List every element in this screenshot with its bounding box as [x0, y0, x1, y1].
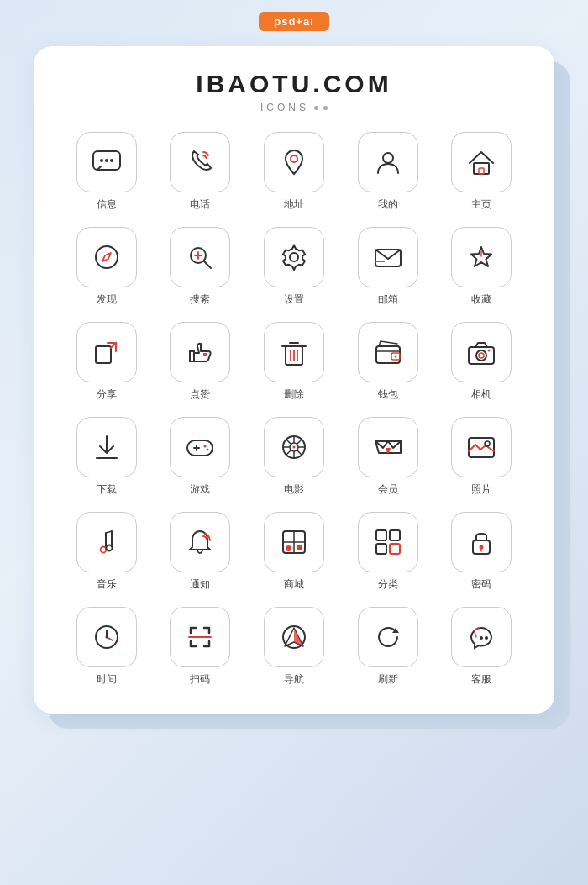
icon-navigate: 导航: [251, 607, 337, 687]
icon-profile: 我的: [345, 132, 431, 212]
svg-point-38: [204, 445, 207, 448]
icon-settings: 设置: [251, 227, 337, 307]
svg-point-61: [286, 545, 291, 551]
icon-music: 音乐: [64, 512, 150, 592]
svg-point-1: [100, 159, 103, 162]
svg-line-48: [297, 450, 302, 456]
svg-point-39: [207, 449, 209, 451]
svg-line-10: [204, 261, 211, 268]
svg-rect-26: [376, 346, 400, 363]
svg-point-5: [383, 153, 393, 163]
icon-wallet: 钱包: [345, 322, 431, 402]
icon-download: 下载: [64, 417, 150, 497]
svg-rect-18: [96, 346, 111, 363]
svg-point-8: [96, 246, 118, 268]
svg-point-3: [110, 159, 113, 162]
svg-rect-65: [376, 544, 386, 554]
icons-grid: 信息 电话 地址: [64, 132, 524, 687]
svg-point-42: [292, 446, 295, 449]
svg-line-49: [297, 440, 302, 445]
svg-point-31: [479, 353, 484, 358]
svg-point-52: [485, 441, 490, 446]
icon-time: 时间: [64, 607, 150, 687]
svg-rect-62: [297, 545, 302, 550]
icon-service: 客服: [438, 607, 524, 687]
icon-vip: 会员: [345, 417, 431, 497]
main-card: IBAOTU.COM ICONS 信息: [34, 46, 554, 714]
icon-message: 信息: [64, 132, 150, 212]
svg-line-55: [106, 531, 112, 533]
icon-discover: 发现: [64, 227, 150, 307]
icon-shop: 商城: [251, 512, 337, 592]
icon-photo: 照片: [438, 417, 524, 497]
svg-point-13: [290, 253, 298, 261]
icon-movie: 电影: [251, 417, 337, 497]
icon-password: 密码: [438, 512, 524, 592]
svg-point-4: [291, 155, 297, 162]
icon-location: 地址: [251, 132, 337, 212]
icon-home: 主页: [438, 132, 524, 212]
icon-camera: 相机: [438, 322, 524, 402]
icon-favorite: 收藏: [438, 227, 524, 307]
svg-point-57: [106, 545, 112, 551]
svg-rect-7: [479, 168, 484, 174]
svg-point-28: [394, 356, 396, 358]
svg-point-32: [488, 350, 491, 352]
card-subtitle: ICONS: [64, 102, 524, 113]
format-badge: psd+ai: [259, 12, 329, 31]
icon-search: 搜索: [158, 227, 244, 307]
icon-refresh: 刷新: [345, 607, 431, 687]
svg-point-79: [480, 636, 483, 640]
svg-rect-66: [390, 544, 400, 554]
icon-mail: 邮箱: [345, 227, 431, 307]
icon-scan: 扫码: [158, 607, 244, 687]
svg-rect-63: [376, 530, 386, 540]
site-title: IBAOTU.COM: [64, 70, 524, 98]
icon-like: 点赞: [158, 322, 244, 402]
svg-point-73: [105, 636, 108, 639]
svg-point-30: [476, 350, 486, 361]
svg-rect-64: [390, 530, 400, 540]
icon-share: 分享: [64, 322, 150, 402]
svg-line-50: [286, 450, 291, 456]
svg-rect-20: [203, 353, 207, 356]
svg-point-80: [485, 636, 488, 640]
icon-notify: 通知: [158, 512, 244, 592]
svg-line-47: [286, 440, 291, 445]
icon-game: 游戏: [158, 417, 244, 497]
icon-phone: 电话: [158, 132, 244, 212]
icon-category: 分类: [345, 512, 431, 592]
icon-delete: 删除: [251, 322, 337, 402]
svg-point-2: [105, 159, 108, 162]
